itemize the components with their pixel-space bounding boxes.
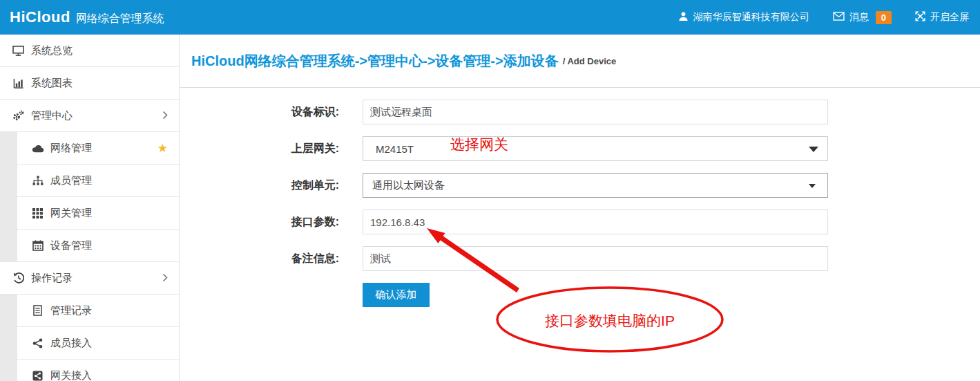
- sidebar-item-label: 网络管理: [50, 142, 92, 155]
- sidebar-item-network-management[interactable]: 网络管理 ★: [0, 132, 179, 165]
- main-content: HiCloud网络综合管理系统->管理中心->设备管理->添加设备 / Add …: [180, 35, 980, 381]
- fullscreen-label: 开启全屏: [930, 11, 969, 24]
- sidebar-item-management-center[interactable]: 管理中心: [0, 100, 179, 132]
- form-row-device-id: 设备标识:: [180, 100, 980, 124]
- sidebar: 系统总览 系统图表 管理中心 网络管理 ★ 成员管理 网关管理: [0, 35, 180, 381]
- breadcrumb: HiCloud网络综合管理系统->管理中心->设备管理->添加设备 / Add …: [180, 35, 980, 88]
- sidebar-item-label: 操作记录: [31, 272, 73, 285]
- company-account[interactable]: 湖南华辰智通科技有限公司: [678, 11, 809, 24]
- chevron-down-icon: [809, 184, 816, 188]
- breadcrumb-path[interactable]: HiCloud网络综合管理系统->管理中心->设备管理->添加设备: [191, 52, 559, 71]
- add-device-form: 设备标识: 上层网关: M2415T 控制单元: 通用以太网设备: [180, 88, 980, 307]
- upper-gateway-select[interactable]: M2415T: [363, 136, 828, 161]
- sidebar-item-member-access[interactable]: 成员接入: [0, 327, 179, 360]
- user-icon: [678, 11, 689, 24]
- control-unit-value: 通用以太网设备: [372, 179, 445, 192]
- sidebar-item-label: 网关接入: [50, 369, 92, 381]
- sidebar-item-member-management[interactable]: 成员管理: [0, 165, 179, 197]
- sidebar-item-device-management[interactable]: 设备管理: [0, 230, 179, 262]
- sitemap-icon: [31, 175, 44, 186]
- sidebar-item-label: 设备管理: [50, 239, 92, 252]
- form-row-interface-params: 接口参数:: [180, 210, 980, 234]
- sidebar-item-label: 管理记录: [50, 304, 92, 317]
- upper-gateway-label: 上层网关:: [180, 142, 339, 156]
- form-row-upper-gateway: 上层网关: M2415T: [180, 136, 980, 161]
- grid-icon: [31, 207, 44, 219]
- form-row-remark: 备注信息:: [180, 246, 980, 271]
- sidebar-item-label: 网关管理: [50, 207, 92, 220]
- sidebar-item-system-overview[interactable]: 系统总览: [0, 35, 179, 67]
- interface-params-label: 接口参数:: [180, 215, 339, 230]
- sidebar-item-system-charts[interactable]: 系统图表: [0, 67, 179, 100]
- sidebar-item-label: 管理中心: [31, 109, 73, 122]
- control-unit-select[interactable]: 通用以太网设备: [363, 173, 828, 198]
- confirm-add-button[interactable]: 确认添加: [363, 283, 430, 307]
- chevron-right-icon: [162, 110, 168, 122]
- gears-icon: [12, 110, 25, 121]
- remark-label: 备注信息:: [180, 252, 339, 266]
- fullscreen-button[interactable]: 开启全屏: [915, 11, 969, 24]
- history-icon: [12, 272, 25, 284]
- control-unit-label: 控制单元:: [180, 178, 339, 193]
- sidebar-item-label: 系统总览: [31, 44, 73, 57]
- sidebar-item-operation-records[interactable]: 操作记录: [0, 262, 179, 295]
- desktop-icon: [12, 45, 25, 56]
- messages-button[interactable]: 消息 0: [833, 11, 892, 24]
- chevron-down-icon: [809, 147, 818, 152]
- bar-chart-icon: [12, 77, 25, 89]
- sidebar-item-management-records[interactable]: 管理记录: [0, 295, 179, 327]
- envelope-icon: [833, 12, 845, 23]
- sidebar-item-gateway-access[interactable]: 网关接入: [0, 360, 179, 381]
- fullscreen-icon: [915, 11, 925, 24]
- star-icon[interactable]: ★: [157, 142, 168, 154]
- calendar-icon: [31, 240, 44, 251]
- top-navbar: HiCloud 网络综合管理系统 湖南华辰智通科技有限公司 消息 0 开启全屏: [0, 0, 980, 35]
- form-row-control-unit: 控制单元: 通用以太网设备: [180, 173, 980, 198]
- interface-params-input[interactable]: [363, 210, 828, 234]
- chevron-right-icon: [162, 272, 168, 284]
- messages-label: 消息: [849, 11, 869, 24]
- sidebar-item-label: 系统图表: [31, 77, 73, 90]
- app-logo[interactable]: HiCloud 网络综合管理系统: [0, 8, 164, 26]
- cloud-icon: [31, 142, 44, 154]
- share-icon: [31, 337, 44, 349]
- navbar-right-group: 湖南华辰智通科技有限公司 消息 0 开启全屏: [678, 11, 980, 24]
- brand-name: HiCloud: [10, 8, 70, 26]
- company-name: 湖南华辰智通科技有限公司: [693, 11, 809, 24]
- upper-gateway-value: M2415T: [376, 143, 414, 155]
- sidebar-item-gateway-management[interactable]: 网关管理: [0, 197, 179, 230]
- breadcrumb-suffix: / Add Device: [563, 56, 617, 66]
- device-id-input[interactable]: [363, 100, 828, 124]
- document-icon: [31, 305, 44, 316]
- device-id-label: 设备标识:: [180, 105, 339, 120]
- sidebar-item-label: 成员管理: [50, 174, 92, 187]
- message-count-badge: 0: [876, 11, 892, 24]
- remark-input[interactable]: [363, 246, 828, 271]
- sidebar-item-label: 成员接入: [50, 337, 92, 350]
- share-square-icon: [31, 370, 44, 381]
- brand-subtitle: 网络综合管理系统: [76, 12, 164, 26]
